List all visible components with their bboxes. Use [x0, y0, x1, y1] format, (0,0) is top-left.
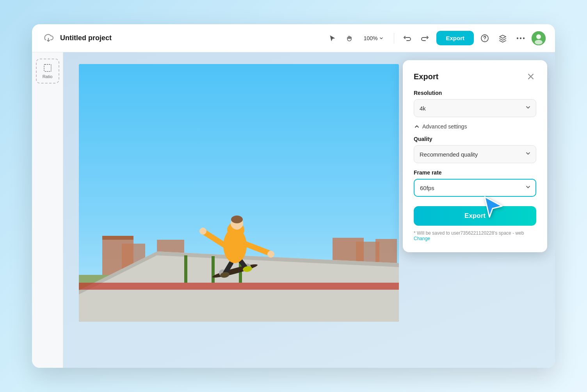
svg-rect-20: [79, 283, 399, 290]
ratio-icon: [43, 63, 52, 73]
layers-button[interactable]: [496, 31, 510, 45]
canvas-area: Export Resolution 720p 1080p 2k 4k: [63, 52, 555, 368]
toolbar-right: Export: [436, 31, 546, 45]
frame-rate-select-wrapper: 24fps 30fps 60fps: [414, 179, 536, 197]
canvas-image: [79, 64, 399, 322]
svg-point-2: [517, 37, 518, 39]
redo-button[interactable]: [418, 31, 432, 45]
advanced-settings-label: Advanced settings: [422, 123, 467, 130]
frame-rate-select[interactable]: 24fps 30fps 60fps: [414, 179, 536, 197]
export-header-button[interactable]: Export: [436, 31, 474, 45]
save-info-text: * Will be saved to user7356221120228's s…: [414, 230, 524, 236]
app-window: Untitled project 100%: [32, 24, 555, 368]
avatar[interactable]: [532, 31, 546, 45]
svg-point-1: [484, 39, 485, 40]
resolution-label: Resolution: [414, 90, 536, 96]
toolbar-divider: [394, 33, 394, 44]
chevron-up-icon: [414, 123, 420, 130]
export-panel: Export Resolution 720p 1080p 2k 4k: [403, 60, 547, 252]
advanced-settings-toggle[interactable]: Advanced settings: [414, 123, 536, 130]
resolution-select[interactable]: 720p 1080p 2k 4k: [414, 99, 536, 117]
svg-rect-8: [44, 64, 51, 71]
quality-select-wrapper: Low quality Recommended quality High qua…: [414, 145, 536, 163]
svg-point-7: [535, 40, 543, 45]
help-button[interactable]: [478, 31, 492, 45]
ratio-label: Ratio: [43, 74, 53, 79]
more-options-button[interactable]: [514, 31, 528, 45]
main-content: Ratio: [32, 52, 555, 368]
cloud-save-button[interactable]: [41, 31, 55, 45]
zoom-value: 100%: [364, 35, 378, 41]
panel-header: Export: [414, 71, 536, 82]
export-action-button[interactable]: Export: [414, 206, 536, 226]
skater-scene-svg: [79, 64, 399, 322]
toolbar-center: 100%: [326, 31, 432, 45]
quality-label: Quality: [414, 136, 536, 142]
toolbar: Untitled project 100%: [32, 24, 555, 52]
undo-button[interactable]: [400, 31, 414, 45]
svg-point-6: [536, 34, 541, 39]
sidebar: Ratio: [32, 52, 63, 368]
frame-rate-label: Frame rate: [414, 169, 536, 176]
svg-point-3: [520, 37, 521, 39]
close-panel-button[interactable]: [525, 71, 536, 82]
svg-point-4: [523, 37, 525, 39]
svg-point-32: [231, 216, 243, 223]
toolbar-left: Untitled project: [41, 31, 321, 45]
svg-point-35: [199, 228, 206, 235]
hand-tool-button[interactable]: [343, 31, 357, 45]
resolution-select-wrapper: 720p 1080p 2k 4k: [414, 99, 536, 117]
sidebar-item-ratio[interactable]: Ratio: [36, 59, 59, 84]
svg-point-36: [267, 251, 274, 258]
quality-select[interactable]: Low quality Recommended quality High qua…: [414, 145, 536, 163]
svg-rect-22: [212, 256, 215, 283]
svg-rect-12: [102, 236, 133, 240]
project-title: Untitled project: [60, 34, 112, 42]
zoom-button[interactable]: 100%: [360, 33, 388, 44]
panel-title: Export: [414, 72, 438, 81]
change-link[interactable]: Change: [414, 236, 430, 241]
pointer-tool-button[interactable]: [326, 31, 340, 45]
svg-rect-21: [184, 255, 187, 283]
save-info: * Will be saved to user7356221120228's s…: [414, 230, 536, 241]
